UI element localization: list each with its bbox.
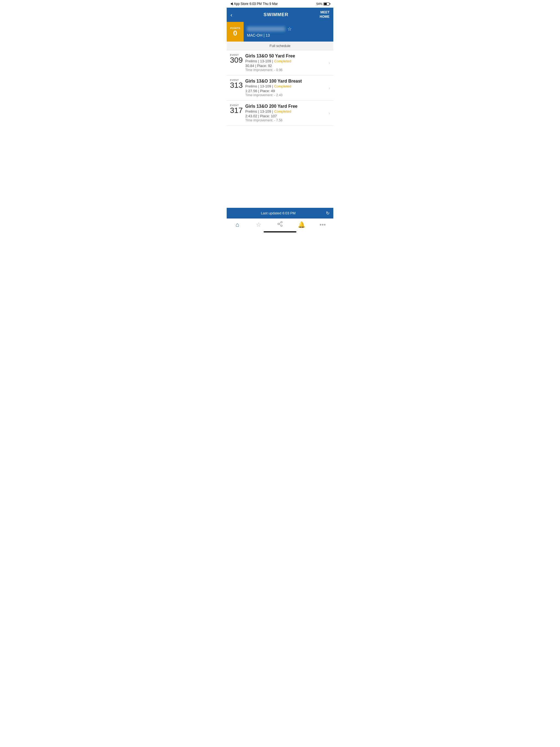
event-number-col-317: EVENT 317 [227,104,245,122]
battery-icon [324,2,330,5]
event-item-309[interactable]: EVENT 309 Girls 13&O 50 Yard Free Prelim… [227,50,333,75]
meet-home-button[interactable]: MEETHOME [320,10,330,19]
update-text: Last updated 6:03 PM [230,211,326,215]
event-result-313: 1:27.56 | Place: 49 [245,89,325,93]
event-meta-row-313: Prelims | 13-109 | Completed [245,84,325,88]
svg-point-0 [281,222,282,223]
bell-icon: 🔔 [298,221,305,228]
home-indicator [263,231,297,232]
full-schedule-label: Full schedule [270,44,291,48]
event-number-col-313: EVENT 313 [227,79,245,97]
tab-notifications[interactable]: 🔔 [291,221,312,228]
battery-percent: 54% [316,2,322,5]
app-store-label: App Store [234,2,248,6]
event-result-317: 2:43.02 | Place: 107 [245,114,325,118]
event-details-317: Girls 13&O 200 Yard Free Prelims | 13-10… [245,104,333,122]
event-meta-313: Prelims | 13-109 | [245,84,273,88]
more-icon: ••• [320,221,326,228]
event-meta-309: Prelims | 13-109 | [245,59,273,63]
tab-bar: ⌂ ☆ 🔔 ••• [227,218,333,230]
event-result-309: 30.84 | Place: 92 [245,64,325,68]
event-item-317[interactable]: EVENT 317 Girls 13&O 200 Yard Free Preli… [227,101,333,126]
content-spacer [227,126,333,208]
share-icon [277,221,283,229]
tab-more[interactable]: ••• [312,221,333,228]
favorite-star-icon[interactable]: ☆ [287,26,292,32]
event-title-313: Girls 13&O 100 Yard Breast [245,79,325,84]
event-meta-row-317: Prelims | 13-109 | Completed [245,109,325,113]
event-improvement-309: Time improvement: - 0.96 [245,68,325,72]
points-box: POINTS 0 [227,22,244,42]
event-meta-317: Prelims | 13-109 | [245,109,273,113]
event-title-309: Girls 13&O 50 Yard Free [245,54,325,58]
refresh-icon[interactable]: ↻ [326,210,330,216]
event-meta-row-309: Prelims | 13-109 | Completed [245,59,325,63]
event-number-309: 309 [230,56,243,64]
swimmer-header: POINTS 0 ☆ MAC-OH | 13 [227,22,333,42]
nav-title: SWIMMER [263,12,288,18]
signal-icon [230,2,233,5]
swimmer-name-row: ☆ [247,26,292,32]
chevron-icon-317: › [329,111,330,115]
swimmer-name-blurred [247,27,285,31]
svg-line-4 [279,223,281,224]
event-details-309: Girls 13&O 50 Yard Free Prelims | 13-109… [245,54,333,72]
back-button[interactable]: ‹ [230,12,232,18]
nav-bar: ‹ SWIMMER MEETHOME [227,8,333,22]
svg-point-1 [278,223,279,225]
event-item-313[interactable]: EVENT 313 Girls 13&O 100 Yard Breast Pre… [227,75,333,101]
date-label: Thu 9 Mar [263,2,278,6]
event-number-313: 313 [230,81,243,89]
tab-favorites[interactable]: ☆ [248,221,269,228]
points-value: 0 [233,29,237,36]
svg-point-2 [281,225,282,227]
event-title-317: Girls 13&O 200 Yard Free [245,104,325,109]
event-list: EVENT 309 Girls 13&O 50 Yard Free Prelim… [227,50,333,126]
event-completed-317: Completed [274,109,291,113]
svg-line-3 [279,224,281,225]
tab-share[interactable] [269,221,291,229]
time-label: 6:03 PM [249,2,262,6]
swimmer-info: ☆ MAC-OH | 13 [244,22,295,42]
event-completed-309: Completed [274,59,291,63]
event-number-317: 317 [230,107,243,114]
event-completed-313: Completed [274,84,291,88]
home-icon: ⌂ [235,221,239,228]
swimmer-team: MAC-OH | 13 [247,33,292,37]
update-bar: Last updated 6:03 PM ↻ [227,208,333,218]
star-icon: ☆ [256,221,261,228]
chevron-icon-313: › [329,85,330,91]
event-improvement-313: Time improvement: - 2.43 [245,93,325,97]
event-number-col-309: EVENT 309 [227,54,245,72]
event-improvement-317: Time improvement: - 7.56 [245,119,325,122]
full-schedule-bar: Full schedule [227,42,333,50]
tab-home[interactable]: ⌂ [227,221,248,228]
status-bar: App Store 6:03 PM Thu 9 Mar 54% [227,0,333,8]
chevron-icon-309: › [329,60,330,66]
event-details-313: Girls 13&O 100 Yard Breast Prelims | 13-… [245,79,333,97]
